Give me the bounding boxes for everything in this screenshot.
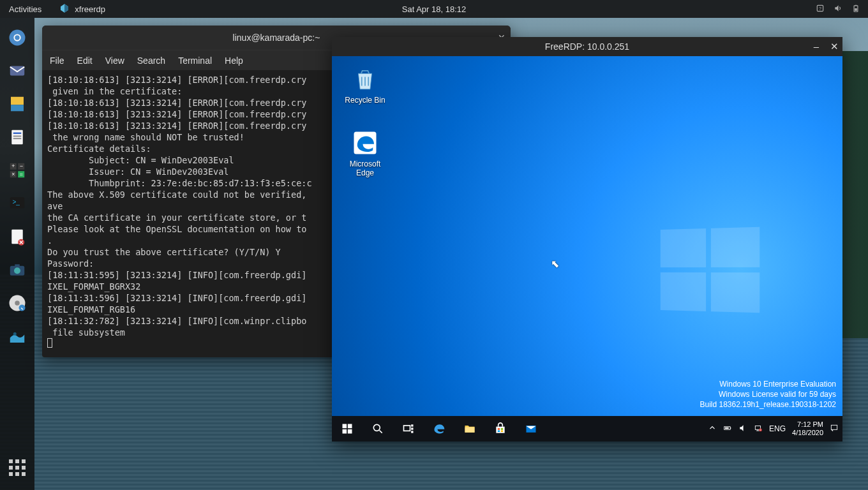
svg-rect-55 [831,425,837,429]
tray-volume-icon[interactable] [738,424,747,434]
freerdp-close-icon[interactable]: ✕ [830,41,839,52]
edge-icon [351,129,379,157]
svg-rect-3 [855,4,857,5]
menu-file[interactable]: File [50,56,64,66]
svg-point-28 [14,267,20,274]
windows-desktop[interactable]: Recycle Bin Microsoft Edge ⬉ Windows 10 … [332,56,842,442]
dock-media[interactable] [5,291,29,315]
svg-rect-11 [11,130,23,145]
svg-rect-13 [13,136,22,137]
taskbar-taskview[interactable] [393,416,424,442]
tray-notifications-icon[interactable] [830,424,839,434]
menu-edit[interactable]: Edit [77,56,93,66]
mouse-cursor-icon: ⬉ [551,258,559,270]
dock-show-apps[interactable] [5,456,29,480]
svg-rect-8 [10,66,25,76]
dock-editor[interactable] [5,225,29,249]
svg-rect-44 [465,427,475,433]
tray-network-icon[interactable] [754,424,763,434]
taskbar-mail[interactable] [516,416,546,442]
svg-rect-42 [411,427,413,429]
freerdp-title-text: FreeRDP: 10.0.0.251 [545,41,629,52]
focused-app-menu[interactable]: xfreerdp [50,0,114,18]
taskbar-explorer[interactable] [454,416,485,442]
svg-text:×: × [11,171,15,177]
svg-text:+: + [11,163,15,169]
watermark-line: Windows License valid for 59 days [700,389,836,399]
taskbar-edge[interactable] [424,416,454,442]
svg-rect-52 [725,427,729,429]
tray-overflow-icon[interactable] [708,424,717,434]
start-button[interactable] [332,416,363,442]
svg-point-31 [15,301,20,306]
watermark-line: Windows 10 Enterprise Evaluation [700,379,836,389]
dock-chromium[interactable] [5,26,29,50]
gnome-topbar: Activities xfreerdp Sat Apr 18, 18:12 ? [0,0,868,18]
desktop-icon-edge[interactable]: Microsoft Edge [341,129,389,177]
desktop-icon-label: Recycle Bin [341,96,389,105]
windows-logo-wallpaper [661,227,760,313]
tray-battery-icon[interactable] [723,424,732,434]
menu-view[interactable]: View [105,56,124,66]
svg-point-39 [373,424,380,431]
svg-text:=: = [20,171,23,177]
volume-icon[interactable] [834,4,842,15]
focused-app-label: xfreerdp [75,4,105,14]
svg-point-32 [19,305,26,311]
windows-watermark: Windows 10 Enterprise Evaluation Windows… [700,379,836,410]
svg-rect-51 [730,427,731,429]
clock[interactable]: Sat Apr 18, 18:12 [393,0,475,18]
dock-libreoffice[interactable] [5,125,29,149]
menu-terminal[interactable]: Terminal [178,56,212,66]
desktop-icon-label: Microsoft Edge [341,160,389,177]
svg-rect-47 [498,431,500,433]
menu-help[interactable]: Help [225,56,243,66]
dock-screenshot[interactable] [5,258,29,282]
svg-rect-29 [15,264,20,267]
svg-rect-10 [11,105,24,111]
freerdp-minimize-icon[interactable]: – [814,41,819,52]
svg-rect-12 [13,133,22,135]
desktop-icon-recycle-bin[interactable]: Recycle Bin [341,65,389,105]
system-tray[interactable]: ? [808,4,868,15]
svg-point-7 [15,35,20,40]
taskbar-search[interactable] [363,416,393,442]
svg-rect-9 [11,97,24,105]
recycle-bin-icon [351,65,379,93]
svg-rect-48 [501,431,503,433]
menu-search[interactable]: Search [137,56,165,66]
windows-taskbar: ENG 7:12 PM 4/18/2020 [332,416,842,442]
dock-calculator[interactable]: +−×= [5,158,29,182]
activities-button[interactable]: Activities [0,0,50,18]
svg-rect-40 [404,426,410,431]
tray-date: 4/18/2020 [792,429,823,437]
dock-mail[interactable] [5,59,29,83]
dock-terminal[interactable]: >_ [5,191,29,216]
dock-wireshark[interactable] [5,324,29,348]
tray-clock[interactable]: 7:12 PM 4/18/2020 [792,420,823,437]
watermark-line: Build 18362.19h1_release.190318-1202 [700,399,836,410]
svg-rect-36 [348,424,352,429]
freerdp-titlebar[interactable]: FreeRDP: 10.0.0.251 – ✕ [332,37,842,56]
svg-rect-35 [343,424,347,429]
svg-rect-41 [411,424,413,426]
windows-systray: ENG 7:12 PM 4/18/2020 [708,416,842,442]
tray-language[interactable]: ENG [769,424,786,433]
svg-text:−: − [20,163,23,169]
svg-text:?: ? [819,6,821,10]
svg-rect-37 [343,429,347,434]
svg-text:>_: >_ [13,198,20,205]
svg-rect-45 [498,428,500,430]
taskbar-store[interactable] [485,416,516,442]
svg-rect-43 [411,431,413,433]
accessibility-icon[interactable]: ? [816,4,825,15]
svg-rect-14 [13,138,22,139]
svg-rect-4 [855,8,857,11]
apps-grid-icon [9,459,26,476]
battery-icon[interactable] [851,4,860,15]
svg-point-33 [13,332,17,336]
gnome-dock: +−×= >_ [0,18,34,490]
dock-pidgin[interactable] [5,92,29,116]
svg-rect-46 [501,428,503,430]
svg-rect-38 [348,429,352,434]
